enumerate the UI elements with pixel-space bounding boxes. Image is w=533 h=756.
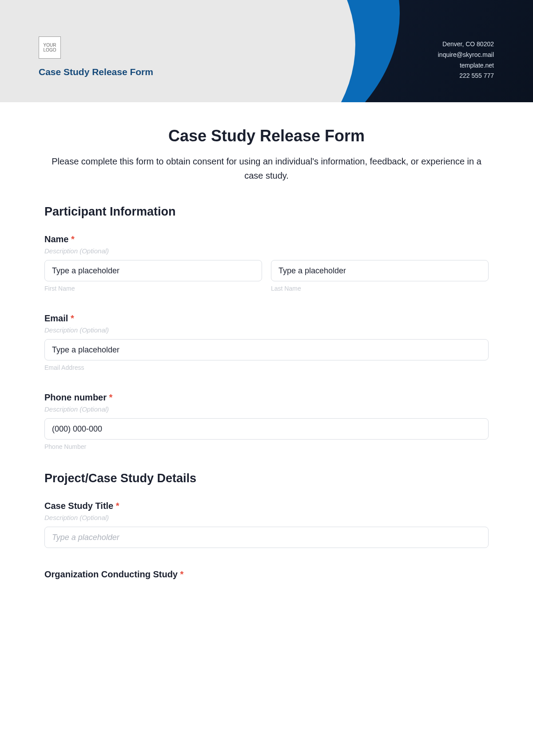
case-title-input[interactable] [44,527,489,548]
contact-address: Denver, CO 80202 [438,39,494,50]
email-input[interactable] [44,339,489,360]
required-mark: * [109,392,113,402]
first-name-input[interactable] [44,260,262,281]
required-mark: * [180,569,184,579]
label-phone: Phone number * [44,392,489,403]
contact-email: inquire@skyroc.mail [438,50,494,60]
required-mark: * [71,313,74,323]
field-phone: Phone number * Description (Optional) Ph… [44,392,489,450]
email-sublabel: Email Address [44,364,489,371]
field-org: Organization Conducting Study * [44,569,489,580]
form-title: Case Study Release Form [44,127,489,145]
required-mark: * [116,501,119,511]
field-name: Name * Description (Optional) First Name… [44,234,489,292]
field-email: Email * Description (Optional) Email Add… [44,313,489,371]
contact-phone: 222 555 777 [438,71,494,81]
form-body: Case Study Release Form Please complete … [0,102,533,596]
desc-email: Description (Optional) [44,326,489,334]
logo-placeholder: YOUR LOGO [39,36,61,59]
label-name-text: Name [44,234,68,244]
header-contact: Denver, CO 80202 inquire@skyroc.mail tem… [438,39,494,81]
section-participant-title: Participant Information [44,205,489,219]
first-name-sublabel: First Name [44,285,262,292]
label-org: Organization Conducting Study * [44,569,489,580]
label-phone-text: Phone number [44,392,107,402]
field-case-title: Case Study Title * Description (Optional… [44,501,489,548]
required-mark: * [71,234,75,244]
label-case-title: Case Study Title * [44,501,489,511]
last-name-input[interactable] [271,260,489,281]
header-banner: YOUR LOGO Case Study Release Form Denver… [0,0,533,102]
phone-input[interactable] [44,418,489,440]
desc-name: Description (Optional) [44,247,489,255]
desc-phone: Description (Optional) [44,405,489,413]
label-org-text: Organization Conducting Study [44,569,178,579]
label-email: Email * [44,313,489,324]
header-title: Case Study Release Form [39,67,153,77]
form-subtitle: Please complete this form to obtain cons… [44,154,489,183]
section-project-title: Project/Case Study Details [44,472,489,485]
label-email-text: Email [44,313,68,323]
last-name-sublabel: Last Name [271,285,489,292]
contact-site: template.net [438,60,494,71]
phone-sublabel: Phone Number [44,443,489,450]
label-case-title-text: Case Study Title [44,501,113,511]
label-name: Name * [44,234,489,244]
desc-case-title: Description (Optional) [44,514,489,521]
